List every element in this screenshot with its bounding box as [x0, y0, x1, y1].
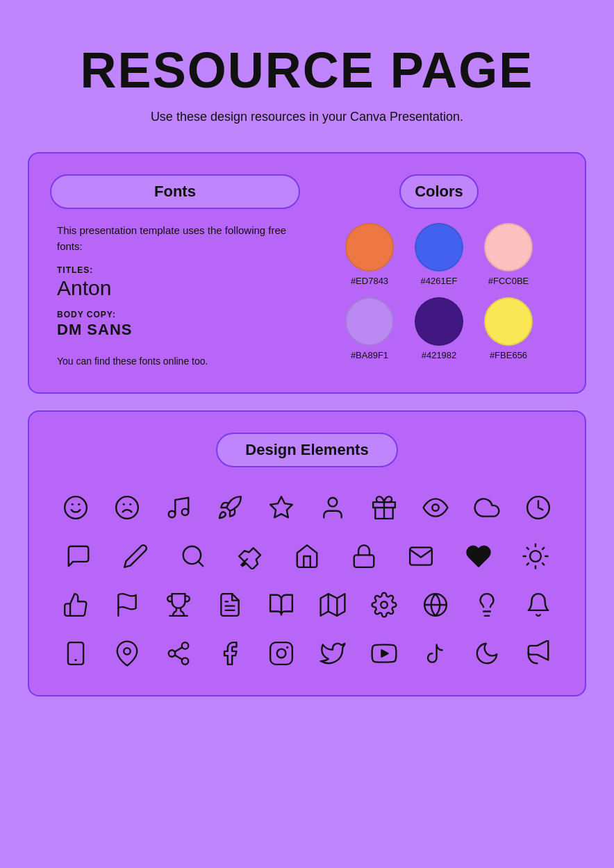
svg-point-7: [182, 509, 189, 516]
book-icon: [260, 584, 302, 626]
color-item-6: #FBE656: [484, 297, 533, 360]
svg-point-12: [432, 504, 439, 511]
svg-point-33: [381, 601, 388, 608]
tiktok-icon: [415, 633, 456, 674]
pin-icon: [229, 535, 271, 577]
svg-point-41: [182, 642, 189, 649]
color-hex-3: #FCC0BE: [488, 276, 529, 286]
color-circle-2: [415, 223, 463, 272]
svg-marker-8: [270, 496, 292, 517]
twitter-icon: [312, 633, 354, 674]
svg-line-45: [175, 647, 183, 651]
trophy-icon: [158, 584, 199, 626]
icons-row-4: [50, 633, 564, 674]
colors-section: Colors #ED7843 #4261EF #FCC0BE #: [314, 174, 564, 372]
colors-label: Colors: [399, 174, 479, 209]
lock-icon: [343, 535, 385, 577]
fonts-description: This presentation template uses the foll…: [57, 223, 300, 254]
color-hex-5: #421982: [422, 350, 457, 360]
person-icon: [312, 487, 354, 528]
color-row-2: #BA89F1 #421982 #FBE656: [345, 297, 533, 360]
svg-rect-46: [270, 642, 292, 665]
body-copy-label: BODY COPY:: [57, 310, 300, 319]
svg-line-15: [198, 561, 203, 566]
phone-icon: [55, 633, 97, 674]
moon-icon: [466, 633, 508, 674]
svg-line-22: [542, 563, 544, 565]
speech-bubble-icon: [58, 535, 99, 577]
fonts-section: Fonts This presentation template uses th…: [50, 174, 300, 372]
share-icon: [158, 633, 199, 674]
sad-face-icon: [106, 487, 148, 528]
color-item-5: #421982: [415, 297, 463, 360]
color-circle-5: [415, 297, 463, 346]
eye-icon: [415, 487, 456, 528]
svg-point-43: [182, 658, 189, 665]
heart-icon: [458, 535, 499, 577]
document-icon: [209, 584, 251, 626]
svg-point-40: [124, 648, 131, 655]
svg-point-42: [169, 650, 176, 657]
color-hex-1: #ED7843: [351, 276, 388, 286]
svg-point-3: [116, 496, 138, 519]
bell-icon: [517, 584, 559, 626]
color-hex-6: #FBE656: [490, 350, 527, 360]
thumbs-up-icon: [55, 584, 97, 626]
map-icon: [312, 584, 354, 626]
svg-marker-30: [321, 594, 345, 616]
fonts-label: Fonts: [50, 174, 300, 209]
instagram-icon: [260, 633, 302, 674]
svg-point-18: [530, 551, 541, 562]
fonts-note: You can find these fonts online too.: [57, 356, 300, 367]
icons-row-3: [50, 584, 564, 626]
music-icon: [158, 487, 199, 528]
gear-icon: [363, 584, 405, 626]
icons-row-2: [50, 535, 564, 577]
svg-line-21: [527, 548, 529, 549]
house-icon: [286, 535, 328, 577]
design-elements-label: Design Elements: [216, 433, 397, 467]
sun-icon: [515, 535, 556, 577]
megaphone-icon: [517, 633, 559, 674]
svg-line-25: [527, 563, 529, 565]
svg-point-9: [329, 498, 338, 507]
icons-row-1: [50, 487, 564, 528]
svg-marker-48: [381, 650, 388, 657]
page-subtitle: Use these design resources in your Canva…: [151, 110, 463, 124]
gift-icon: [363, 487, 405, 528]
page-title: RESOURCE PAGE: [81, 42, 534, 99]
pencil-icon: [115, 535, 156, 577]
globe-icon: [415, 584, 456, 626]
titles-label: TITLES:: [57, 265, 300, 275]
color-circle-4: [345, 297, 394, 346]
color-item-2: #4261EF: [415, 223, 463, 286]
flag-icon: [106, 584, 148, 626]
color-hex-2: #4261EF: [421, 276, 458, 286]
svg-line-26: [542, 548, 544, 549]
bulb-icon: [466, 584, 508, 626]
location-icon: [106, 633, 148, 674]
design-elements-card: Design Elements: [28, 410, 586, 696]
color-item-4: #BA89F1: [345, 297, 394, 360]
rocket-icon: [209, 487, 251, 528]
fonts-colors-card: Fonts This presentation template uses th…: [28, 152, 586, 394]
svg-rect-17: [354, 555, 374, 567]
color-item-1: #ED7843: [345, 223, 394, 286]
smiley-icon: [55, 487, 97, 528]
magnifier-icon: [172, 535, 214, 577]
icons-grid: [50, 487, 564, 674]
facebook-icon: [209, 633, 251, 674]
color-row-1: #ED7843 #4261EF #FCC0BE: [345, 223, 533, 286]
color-circle-1: [345, 223, 394, 272]
star-icon: [260, 487, 302, 528]
svg-point-0: [65, 496, 87, 519]
color-circle-6: [484, 297, 533, 346]
cloud-icon: [466, 487, 508, 528]
svg-point-6: [169, 511, 176, 518]
svg-line-44: [175, 655, 183, 659]
clock-icon: [517, 487, 559, 528]
color-item-3: #FCC0BE: [484, 223, 533, 286]
color-circle-3: [484, 223, 533, 272]
mail-icon: [400, 535, 442, 577]
youtube-icon: [363, 633, 405, 674]
